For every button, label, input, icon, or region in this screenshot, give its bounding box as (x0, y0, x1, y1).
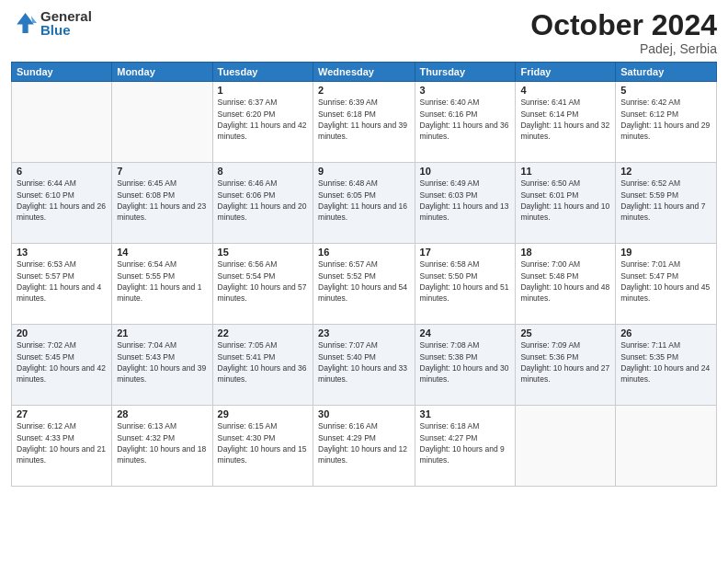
calendar-cell: 27Sunrise: 6:12 AM Sunset: 4:33 PM Dayli… (12, 406, 112, 487)
calendar-cell: 19Sunrise: 7:01 AM Sunset: 5:47 PM Dayli… (616, 244, 717, 325)
calendar-cell: 15Sunrise: 6:56 AM Sunset: 5:54 PM Dayli… (212, 244, 313, 325)
calendar-cell: 18Sunrise: 7:00 AM Sunset: 5:48 PM Dayli… (516, 244, 616, 325)
calendar-cell: 31Sunrise: 6:18 AM Sunset: 4:27 PM Dayli… (415, 406, 516, 487)
calendar-cell: 25Sunrise: 7:09 AM Sunset: 5:36 PM Dayli… (516, 325, 616, 406)
header-sunday: Sunday (12, 63, 112, 82)
day-info: Sunrise: 6:13 AM Sunset: 4:32 PM Dayligh… (117, 420, 207, 465)
calendar-cell: 28Sunrise: 6:13 AM Sunset: 4:32 PM Dayli… (112, 406, 212, 487)
calendar-cell: 1Sunrise: 6:37 AM Sunset: 6:20 PM Daylig… (212, 82, 313, 163)
day-info: Sunrise: 6:44 AM Sunset: 6:10 PM Dayligh… (17, 178, 107, 223)
day-number: 24 (420, 327, 511, 339)
day-number: 1 (218, 85, 308, 96)
day-info: Sunrise: 6:50 AM Sunset: 6:01 PM Dayligh… (520, 178, 610, 223)
day-info: Sunrise: 7:00 AM Sunset: 5:48 PM Dayligh… (520, 259, 610, 304)
day-number: 23 (318, 327, 410, 339)
calendar-cell: 6Sunrise: 6:44 AM Sunset: 6:10 PM Daylig… (12, 163, 112, 244)
location-subtitle: Padej, Serbia (530, 41, 717, 56)
calendar-cell (12, 82, 112, 163)
logo: General Blue (11, 9, 92, 37)
day-number: 26 (620, 327, 711, 339)
header-saturday: Saturday (616, 63, 717, 82)
day-number: 31 (420, 408, 511, 419)
calendar-cell: 12Sunrise: 6:52 AM Sunset: 5:59 PM Dayli… (616, 163, 717, 244)
header-tuesday: Tuesday (212, 63, 313, 82)
day-info: Sunrise: 6:39 AM Sunset: 6:18 PM Dayligh… (318, 97, 410, 142)
day-info: Sunrise: 7:05 AM Sunset: 5:41 PM Dayligh… (218, 339, 308, 385)
day-number: 9 (318, 166, 410, 177)
day-number: 13 (17, 247, 107, 258)
day-number: 12 (620, 166, 711, 177)
logo-icon (11, 10, 37, 36)
svg-marker-0 (17, 13, 34, 33)
calendar-week-3: 13Sunrise: 6:53 AM Sunset: 5:57 PM Dayli… (12, 244, 717, 325)
day-info: Sunrise: 7:07 AM Sunset: 5:40 PM Dayligh… (318, 339, 410, 385)
day-info: Sunrise: 7:02 AM Sunset: 5:45 PM Dayligh… (17, 339, 107, 385)
day-info: Sunrise: 7:09 AM Sunset: 5:36 PM Dayligh… (520, 339, 610, 385)
day-info: Sunrise: 6:58 AM Sunset: 5:50 PM Dayligh… (420, 259, 511, 304)
logo-text: General Blue (40, 9, 92, 37)
calendar-cell: 11Sunrise: 6:50 AM Sunset: 6:01 PM Dayli… (516, 163, 616, 244)
calendar-week-1: 1Sunrise: 6:37 AM Sunset: 6:20 PM Daylig… (12, 82, 717, 163)
day-number: 21 (117, 327, 207, 339)
day-number: 29 (218, 408, 308, 419)
day-number: 2 (318, 85, 410, 96)
day-info: Sunrise: 6:37 AM Sunset: 6:20 PM Dayligh… (218, 97, 308, 142)
day-number: 30 (318, 408, 410, 419)
header: General Blue October 2024 Padej, Serbia (11, 9, 717, 56)
day-info: Sunrise: 7:04 AM Sunset: 5:43 PM Dayligh… (117, 339, 207, 385)
calendar-cell: 30Sunrise: 6:16 AM Sunset: 4:29 PM Dayli… (313, 406, 415, 487)
calendar-week-2: 6Sunrise: 6:44 AM Sunset: 6:10 PM Daylig… (12, 163, 717, 244)
calendar-cell: 13Sunrise: 6:53 AM Sunset: 5:57 PM Dayli… (12, 244, 112, 325)
day-info: Sunrise: 6:48 AM Sunset: 6:05 PM Dayligh… (318, 178, 410, 223)
day-number: 22 (218, 327, 308, 339)
calendar-cell: 8Sunrise: 6:46 AM Sunset: 6:06 PM Daylig… (212, 163, 313, 244)
logo-general-text: General (40, 9, 92, 23)
day-info: Sunrise: 6:56 AM Sunset: 5:54 PM Dayligh… (218, 259, 308, 304)
page: General Blue October 2024 Padej, Serbia … (0, 0, 728, 563)
day-info: Sunrise: 7:11 AM Sunset: 5:35 PM Dayligh… (620, 339, 711, 385)
day-number: 15 (218, 247, 308, 258)
calendar-table: Sunday Monday Tuesday Wednesday Thursday… (11, 62, 717, 487)
day-number: 3 (420, 85, 511, 96)
day-info: Sunrise: 6:18 AM Sunset: 4:27 PM Dayligh… (420, 420, 511, 465)
day-number: 11 (520, 166, 610, 177)
day-number: 20 (17, 327, 107, 339)
title-area: October 2024 Padej, Serbia (530, 9, 717, 56)
calendar-week-4: 20Sunrise: 7:02 AM Sunset: 5:45 PM Dayli… (12, 325, 717, 406)
calendar-cell: 14Sunrise: 6:54 AM Sunset: 5:55 PM Dayli… (112, 244, 212, 325)
day-info: Sunrise: 6:15 AM Sunset: 4:30 PM Dayligh… (218, 420, 308, 465)
day-info: Sunrise: 6:40 AM Sunset: 6:16 PM Dayligh… (420, 97, 511, 142)
calendar-cell (616, 406, 717, 487)
day-number: 5 (620, 85, 711, 96)
calendar-cell: 3Sunrise: 6:40 AM Sunset: 6:16 PM Daylig… (415, 82, 516, 163)
day-number: 27 (17, 408, 107, 419)
day-info: Sunrise: 6:41 AM Sunset: 6:14 PM Dayligh… (520, 97, 610, 142)
calendar-cell: 23Sunrise: 7:07 AM Sunset: 5:40 PM Dayli… (313, 325, 415, 406)
calendar-cell: 4Sunrise: 6:41 AM Sunset: 6:14 PM Daylig… (516, 82, 616, 163)
header-thursday: Thursday (415, 63, 516, 82)
day-info: Sunrise: 7:01 AM Sunset: 5:47 PM Dayligh… (620, 259, 711, 304)
calendar-cell: 21Sunrise: 7:04 AM Sunset: 5:43 PM Dayli… (112, 325, 212, 406)
calendar-cell: 5Sunrise: 6:42 AM Sunset: 6:12 PM Daylig… (616, 82, 717, 163)
calendar-cell: 29Sunrise: 6:15 AM Sunset: 4:30 PM Dayli… (212, 406, 313, 487)
day-info: Sunrise: 6:49 AM Sunset: 6:03 PM Dayligh… (420, 178, 511, 223)
day-info: Sunrise: 7:08 AM Sunset: 5:38 PM Dayligh… (420, 339, 511, 385)
day-number: 14 (117, 247, 207, 258)
calendar-cell: 17Sunrise: 6:58 AM Sunset: 5:50 PM Dayli… (415, 244, 516, 325)
day-number: 8 (218, 166, 308, 177)
day-number: 18 (520, 247, 610, 258)
weekday-header-row: Sunday Monday Tuesday Wednesday Thursday… (12, 63, 717, 82)
calendar-cell (516, 406, 616, 487)
calendar-cell: 24Sunrise: 7:08 AM Sunset: 5:38 PM Dayli… (415, 325, 516, 406)
calendar-cell: 20Sunrise: 7:02 AM Sunset: 5:45 PM Dayli… (12, 325, 112, 406)
logo-blue-text: Blue (40, 23, 92, 37)
month-title: October 2024 (530, 9, 717, 41)
day-number: 10 (420, 166, 511, 177)
header-wednesday: Wednesday (313, 63, 415, 82)
calendar-cell: 9Sunrise: 6:48 AM Sunset: 6:05 PM Daylig… (313, 163, 415, 244)
calendar-cell: 22Sunrise: 7:05 AM Sunset: 5:41 PM Dayli… (212, 325, 313, 406)
day-number: 6 (17, 166, 107, 177)
day-info: Sunrise: 6:16 AM Sunset: 4:29 PM Dayligh… (318, 420, 410, 465)
day-number: 19 (620, 247, 711, 258)
calendar-cell: 10Sunrise: 6:49 AM Sunset: 6:03 PM Dayli… (415, 163, 516, 244)
